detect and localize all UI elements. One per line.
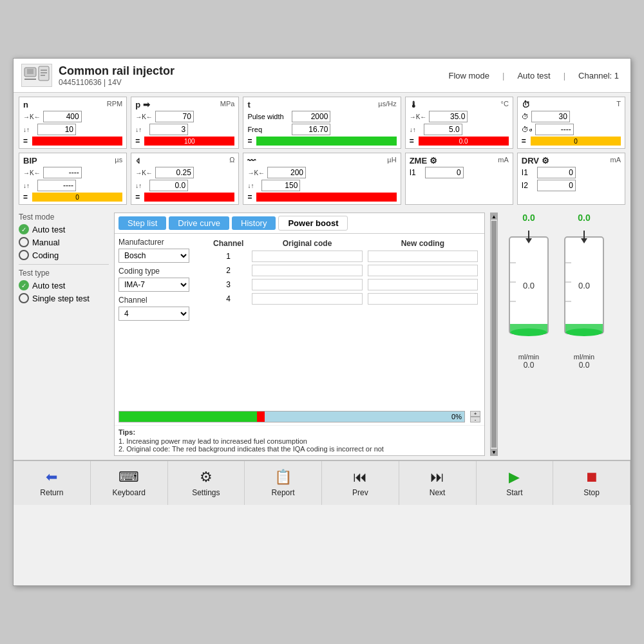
prev-button[interactable]: ⏮ Prev bbox=[322, 461, 399, 505]
row2-new[interactable] bbox=[368, 265, 478, 276]
return-button[interactable]: ⬅ Return bbox=[14, 461, 91, 505]
panel-n-val2[interactable] bbox=[37, 124, 76, 135]
tabs-bar: Step list Drive curve History Power boos… bbox=[115, 213, 484, 234]
panel-temp-val2[interactable] bbox=[424, 124, 462, 135]
panel-n-status bbox=[32, 137, 122, 146]
row3-ch: 3 bbox=[207, 278, 249, 292]
progress-up-btn[interactable]: + bbox=[470, 411, 480, 417]
manufacturer-select[interactable]: Bosch bbox=[118, 249, 189, 263]
keyboard-button[interactable]: ⌨ Keyboard bbox=[91, 461, 168, 505]
panel-res-val2[interactable] bbox=[149, 180, 188, 191]
left-panel: Test mode ✓ Auto test Manual Coding Test… bbox=[19, 213, 109, 456]
panel-bip-val1[interactable] bbox=[43, 167, 82, 178]
panel-res-icon: ⨞ bbox=[135, 156, 140, 166]
panel-drv-i2[interactable] bbox=[537, 180, 576, 191]
panel-freq-val[interactable] bbox=[292, 124, 330, 135]
tips-line1: 1. Increasing power may lead to increase… bbox=[118, 437, 480, 445]
panel-resistance: ⨞ Ω →K← ↓↑ = bbox=[131, 153, 239, 205]
beakers-panel: 0.0 0.0 ml bbox=[503, 213, 625, 456]
report-button[interactable]: 📋 Report bbox=[245, 461, 322, 505]
row1-original[interactable] bbox=[252, 251, 362, 262]
radio-coding-indicator bbox=[19, 250, 29, 260]
test-mode-manual[interactable]: Manual bbox=[19, 237, 109, 247]
channel-info: Channel: 1 bbox=[574, 71, 623, 80]
progress-green bbox=[119, 412, 257, 422]
scroll-up-btn[interactable]: ▲ bbox=[491, 213, 497, 220]
beaker2-unit: ml/min bbox=[574, 353, 594, 361]
scrollbar[interactable]: ▲ ▼ bbox=[490, 213, 498, 456]
panel-p-val2[interactable] bbox=[149, 124, 188, 135]
beaker-1: 0.0 0.0 ml bbox=[503, 213, 554, 456]
channel-select[interactable]: 4 bbox=[118, 307, 189, 321]
coding-type-select[interactable]: IMA-7 bbox=[118, 278, 189, 292]
svg-text:0.0: 0.0 bbox=[578, 281, 590, 290]
row4-original[interactable] bbox=[252, 293, 362, 305]
panel-timer-unit: T bbox=[616, 100, 621, 109]
col-new: New coding bbox=[365, 238, 480, 249]
panel-ind-val1[interactable] bbox=[267, 167, 306, 178]
report-icon: 📋 bbox=[274, 469, 292, 486]
col-channel: Channel bbox=[207, 238, 249, 249]
panel-temp-val1[interactable] bbox=[429, 111, 468, 122]
panel-bip: BIP µs →K← ↓↑ = 0 bbox=[19, 153, 127, 205]
title-bar: Common rail injector 0445110636 | 14V Fl… bbox=[14, 59, 630, 93]
scroll-thumb[interactable] bbox=[491, 221, 497, 448]
content-area: Test mode ✓ Auto test Manual Coding Test… bbox=[14, 209, 630, 460]
panel-p-val1[interactable] bbox=[155, 111, 194, 122]
tab-drive-curve[interactable]: Drive curve bbox=[169, 216, 229, 230]
panel-temp-status: 0.0 bbox=[419, 137, 509, 146]
start-icon: ▶ bbox=[509, 469, 520, 486]
progress-bar: 0% bbox=[118, 411, 465, 422]
panel-ind-val2[interactable] bbox=[261, 180, 300, 191]
test-type-auto[interactable]: ✓ Auto test bbox=[19, 280, 109, 290]
panel-t-status bbox=[256, 137, 396, 146]
tab-step-list[interactable]: Step list bbox=[118, 216, 166, 230]
progress-down-btn[interactable]: - bbox=[470, 417, 480, 422]
panel-res-unit: Ω bbox=[229, 156, 234, 166]
table-row: 3 bbox=[207, 278, 480, 292]
row1-new[interactable] bbox=[368, 251, 478, 262]
panel-zme-i1[interactable] bbox=[425, 167, 464, 178]
stop-button[interactable]: ⏹ Stop bbox=[553, 461, 630, 505]
settings-button[interactable]: ⚙ Settings bbox=[168, 461, 245, 505]
panel-drv-i1-label: I1 bbox=[522, 168, 535, 177]
panel-temp: 🌡 °C →K← ↓↑ = 0.0 bbox=[405, 97, 513, 149]
panel-timer-val2[interactable] bbox=[535, 124, 574, 135]
panel-n-val1[interactable] bbox=[43, 111, 82, 122]
test-mode-coding[interactable]: Coding bbox=[19, 250, 109, 260]
tab-history[interactable]: History bbox=[232, 216, 276, 230]
start-button[interactable]: ▶ Start bbox=[477, 461, 554, 505]
test-type-title: Test type bbox=[19, 269, 109, 278]
progress-percent: 0% bbox=[451, 413, 462, 421]
settings-icon: ⚙ bbox=[200, 469, 213, 486]
tips-title: Tips: bbox=[118, 428, 480, 436]
panel-timer-icon: ⏱ bbox=[522, 100, 530, 109]
panel-res-val1[interactable] bbox=[155, 167, 194, 178]
panel-t-unit: µs/Hz bbox=[378, 100, 396, 109]
panel-drv-i1[interactable] bbox=[537, 167, 576, 178]
panel-bip-val2[interactable] bbox=[37, 180, 76, 191]
panel-pw-val[interactable] bbox=[292, 111, 330, 122]
row2-original[interactable] bbox=[252, 265, 362, 276]
panel-res-status bbox=[144, 193, 234, 202]
scroll-down-btn[interactable]: ▼ bbox=[491, 449, 497, 455]
test-mode-auto[interactable]: ✓ Auto test bbox=[19, 224, 109, 234]
prev-icon: ⏮ bbox=[353, 469, 367, 486]
test-type-single[interactable]: Single step test bbox=[19, 293, 109, 303]
beaker-2: 0.0 0.0 ml/min 0.0 bbox=[558, 213, 610, 456]
svg-text:0.0: 0.0 bbox=[523, 281, 535, 290]
tab-power-boost[interactable]: Power boost bbox=[278, 216, 348, 231]
test-mode-coding-label: Coding bbox=[32, 251, 59, 260]
beaker1-unit: ml/min bbox=[518, 353, 539, 361]
prev-label: Prev bbox=[352, 488, 368, 497]
panel-n: n RPM →K← ↓↑ = bbox=[19, 97, 127, 149]
progress-controls: + - bbox=[470, 411, 480, 422]
row4-new[interactable] bbox=[368, 293, 478, 305]
stop-icon: ⏹ bbox=[585, 469, 599, 486]
row3-new[interactable] bbox=[368, 279, 478, 290]
next-button[interactable]: ⏭ Next bbox=[399, 461, 477, 505]
row3-original[interactable] bbox=[252, 279, 362, 290]
panel-n-label: n bbox=[23, 100, 28, 109]
tips-line2: 2. Original code: The red background ind… bbox=[118, 445, 480, 453]
panel-timer-val1[interactable] bbox=[531, 111, 570, 122]
